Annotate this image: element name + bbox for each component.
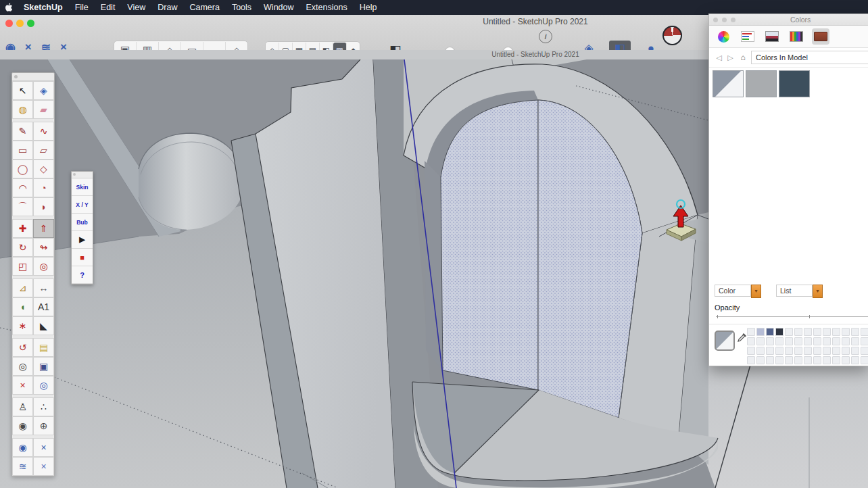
info-button[interactable]: i bbox=[539, 30, 552, 43]
grid-swatch[interactable] bbox=[842, 328, 850, 336]
tool-dimension[interactable]: ↔ bbox=[33, 278, 54, 297]
tool-zoom[interactable]: ◎ bbox=[12, 357, 33, 376]
back-arrow-button[interactable]: ◁ bbox=[715, 53, 723, 62]
grid-swatch[interactable] bbox=[813, 347, 821, 355]
grid-swatch[interactable] bbox=[775, 328, 783, 336]
forward-arrow-button[interactable]: ▷ bbox=[726, 53, 735, 62]
tool-polygon[interactable]: ◇ bbox=[33, 160, 54, 178]
list-dropdown-arrow[interactable]: ▼ bbox=[813, 285, 823, 298]
grid-swatch[interactable] bbox=[804, 356, 812, 364]
panel-minimize-dot[interactable] bbox=[722, 18, 727, 22]
tool-text[interactable]: A1 bbox=[33, 297, 54, 316]
grid-swatch[interactable] bbox=[823, 328, 831, 336]
grid-swatch[interactable] bbox=[756, 347, 765, 355]
tool-freehand[interactable]: ∿ bbox=[33, 122, 54, 141]
tool-scale[interactable]: ◰ bbox=[12, 257, 33, 276]
grid-swatch[interactable] bbox=[747, 347, 755, 355]
tool-pie[interactable]: ◔ bbox=[33, 178, 54, 197]
image-palettes-tab[interactable] bbox=[763, 28, 781, 45]
tool-position-camera[interactable]: ♙ bbox=[12, 397, 33, 416]
tool-offset[interactable]: ◎ bbox=[33, 257, 54, 276]
grid-swatch[interactable] bbox=[756, 328, 765, 336]
tool-orbit[interactable]: ↺ bbox=[12, 338, 33, 357]
gray-material-swatch[interactable] bbox=[746, 70, 777, 97]
xy-grid-button[interactable]: X / Y bbox=[72, 196, 93, 214]
palette-close-dot[interactable] bbox=[14, 75, 18, 78]
grid-swatch[interactable] bbox=[823, 356, 831, 364]
tool-select[interactable]: ↖ bbox=[12, 81, 33, 100]
colors-panel-titlebar[interactable]: Colors bbox=[709, 14, 868, 26]
current-color-swatch[interactable] bbox=[715, 331, 735, 351]
grid-swatch[interactable] bbox=[766, 328, 774, 336]
grid-swatch[interactable] bbox=[861, 347, 868, 355]
play-button[interactable]: ▶ bbox=[72, 231, 93, 249]
tool-rectangle[interactable]: ▭ bbox=[12, 141, 33, 160]
opacity-slider[interactable] bbox=[716, 316, 868, 317]
tool-walk[interactable]: ∴ bbox=[33, 397, 54, 416]
tool-rotate[interactable]: ↻ bbox=[12, 238, 33, 257]
grid-swatch[interactable] bbox=[756, 356, 765, 364]
tool-make-component[interactable]: ◈ bbox=[33, 81, 54, 100]
grid-swatch[interactable] bbox=[794, 337, 802, 345]
tool-arc[interactable]: ◗ bbox=[33, 197, 54, 216]
grid-swatch[interactable] bbox=[832, 337, 840, 345]
tool-circle[interactable]: ◯ bbox=[12, 160, 33, 178]
tool-axes[interactable]: ∗ bbox=[12, 316, 33, 335]
tool-zoom-extents[interactable]: × bbox=[12, 376, 33, 395]
tool-protractor[interactable]: ◖ bbox=[12, 297, 33, 316]
grid-swatch[interactable] bbox=[823, 337, 831, 345]
grid-swatch[interactable] bbox=[804, 337, 812, 345]
grid-swatch[interactable] bbox=[842, 347, 850, 355]
grid-swatch[interactable] bbox=[766, 347, 774, 355]
menu-tools[interactable]: Tools bbox=[226, 3, 258, 12]
grid-swatch[interactable] bbox=[794, 328, 802, 336]
crayons-tab[interactable] bbox=[788, 28, 805, 45]
grid-swatch[interactable] bbox=[832, 356, 840, 364]
color-wheel-tab[interactable] bbox=[715, 28, 732, 45]
grid-swatch[interactable] bbox=[785, 337, 793, 345]
collection-dropdown[interactable]: Colors In Model bbox=[751, 51, 868, 64]
grid-swatch[interactable] bbox=[775, 337, 783, 345]
grid-swatch[interactable] bbox=[823, 347, 831, 355]
zoom-window-button[interactable] bbox=[27, 20, 34, 27]
grid-swatch[interactable] bbox=[813, 356, 821, 364]
grid-swatch[interactable] bbox=[775, 366, 783, 366]
tool-pan[interactable]: ⊕ bbox=[33, 416, 54, 435]
help-button[interactable]: ? bbox=[72, 266, 93, 284]
panel-zoom-dot[interactable] bbox=[731, 18, 736, 22]
menu-file[interactable]: File bbox=[69, 3, 95, 12]
tool-palette-header[interactable] bbox=[12, 73, 54, 81]
apple-menu[interactable] bbox=[0, 3, 18, 13]
bubble-button[interactable]: Bub bbox=[72, 214, 93, 231]
grid-swatch[interactable] bbox=[756, 366, 765, 366]
tool-follow-me[interactable]: ↬ bbox=[33, 238, 54, 257]
menu-draw[interactable]: Draw bbox=[151, 3, 183, 12]
grid-swatch[interactable] bbox=[747, 366, 755, 366]
tool-plugin-layers[interactable]: ≋ bbox=[12, 457, 33, 476]
blue-material-swatch[interactable] bbox=[779, 70, 810, 97]
grid-swatch[interactable] bbox=[747, 328, 755, 336]
menu-window[interactable]: Window bbox=[258, 3, 299, 12]
grid-swatch[interactable] bbox=[756, 337, 765, 345]
tool-plugin-inspect[interactable]: ◉ bbox=[12, 438, 33, 457]
menu-edit[interactable]: Edit bbox=[95, 3, 122, 12]
grid-swatch[interactable] bbox=[785, 328, 793, 336]
grid-swatch[interactable] bbox=[804, 347, 812, 355]
grid-swatch[interactable] bbox=[785, 347, 793, 355]
texture-palettes-tab[interactable] bbox=[812, 28, 829, 45]
grid-swatch[interactable] bbox=[851, 337, 859, 345]
tool-rotated-rectangle[interactable]: ▱ bbox=[33, 141, 54, 160]
grid-swatch[interactable] bbox=[832, 347, 840, 355]
grid-swatch[interactable] bbox=[842, 356, 850, 364]
tool-tape-measure[interactable]: ⊿ bbox=[12, 278, 33, 297]
grid-swatch[interactable] bbox=[747, 337, 755, 345]
menu-camera[interactable]: Camera bbox=[183, 3, 225, 12]
tool-line[interactable]: ✎ bbox=[12, 122, 33, 141]
grid-swatch[interactable] bbox=[861, 337, 868, 345]
color-dropdown-arrow[interactable]: ▼ bbox=[751, 285, 761, 298]
menu-view[interactable]: View bbox=[121, 3, 151, 12]
menu-help[interactable]: Help bbox=[354, 3, 383, 12]
tool-3d-text[interactable]: ▤ bbox=[33, 338, 54, 357]
grid-swatch[interactable] bbox=[861, 328, 868, 336]
menu-sketchup[interactable]: SketchUp bbox=[18, 3, 69, 12]
